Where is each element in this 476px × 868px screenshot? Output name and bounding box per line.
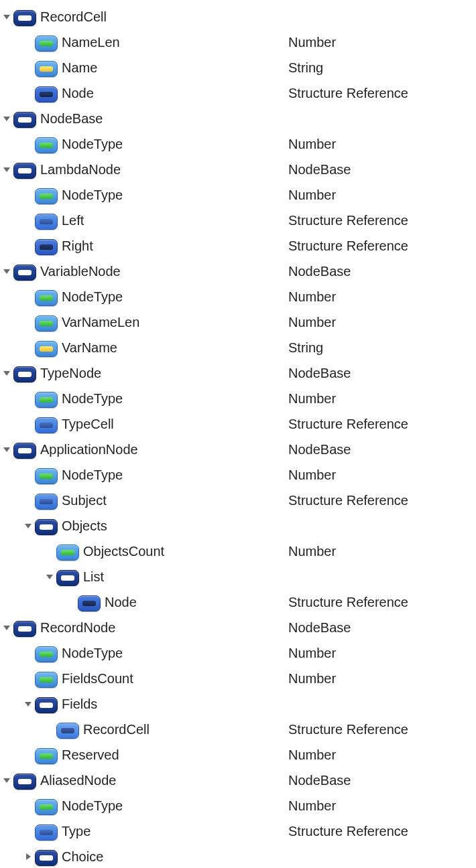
container-icon — [35, 696, 58, 712]
container-icon — [13, 161, 36, 177]
tree-row[interactable]: NodeTypeNumber — [0, 640, 476, 666]
disclosure-down-icon[interactable] — [0, 445, 13, 453]
field-type: Structure Reference — [288, 493, 408, 508]
field-name: Type — [62, 824, 91, 839]
disclosure-down-icon[interactable] — [0, 115, 13, 123]
container-icon — [13, 365, 36, 381]
disclosure-down-icon[interactable] — [0, 624, 13, 632]
tree-row[interactable]: NodeTypeNumber — [0, 462, 476, 488]
tree-row[interactable]: Objects — [0, 513, 476, 538]
field-name: Subject — [62, 493, 107, 508]
number-icon — [35, 289, 58, 305]
field-type: Number — [288, 646, 336, 661]
field-type: Structure Reference — [288, 722, 408, 737]
svg-marker-11 — [26, 853, 31, 860]
field-name: AliasedNode — [40, 773, 116, 788]
field-name: TypeCell — [62, 417, 114, 432]
tree-row[interactable]: NodeBase — [0, 106, 476, 131]
field-name: Fields — [62, 697, 97, 712]
field-name: TypeNode — [40, 366, 101, 381]
disclosure-down-icon[interactable] — [0, 267, 13, 275]
tree-row[interactable]: TypeStructure Reference — [0, 818, 476, 844]
tree-row[interactable]: LeftStructure Reference — [0, 208, 476, 233]
field-type: NodeBase — [288, 773, 351, 788]
disclosure-down-icon[interactable] — [21, 522, 35, 530]
tree-row[interactable]: NameString — [0, 55, 476, 80]
field-type: Structure Reference — [288, 213, 408, 228]
field-type: NodeBase — [288, 366, 351, 381]
container-icon — [56, 569, 79, 585]
refmid-icon — [35, 492, 58, 508]
tree-row[interactable]: SubjectStructure Reference — [0, 488, 476, 513]
tree-row[interactable]: ReservedNumber — [0, 742, 476, 768]
tree-row[interactable]: FieldsCountNumber — [0, 666, 476, 691]
field-name: NameLen — [62, 35, 120, 50]
field-type: Structure Reference — [288, 595, 408, 610]
tree-row[interactable]: NameLenNumber — [0, 29, 476, 55]
tree-row[interactable]: VarNameLenNumber — [0, 309, 476, 335]
disclosure-down-icon[interactable] — [0, 165, 13, 173]
tree-row[interactable]: NodeTypeNumber — [0, 284, 476, 309]
tree-row[interactable]: RecordNodeNodeBase — [0, 615, 476, 640]
refdark-icon — [78, 594, 101, 610]
disclosure-down-icon[interactable] — [0, 776, 13, 784]
svg-marker-8 — [3, 626, 10, 630]
tree-row[interactable]: AliasedNodeNodeBase — [0, 768, 476, 793]
disclosure-down-icon[interactable] — [43, 573, 56, 581]
disclosure-down-icon[interactable] — [21, 700, 35, 708]
tree-row[interactable]: Choice — [0, 844, 476, 868]
disclosure-down-icon[interactable] — [0, 13, 13, 21]
field-name: ApplicationNode — [40, 442, 138, 457]
number-icon — [56, 543, 79, 559]
string-icon — [35, 340, 58, 356]
container-icon — [13, 620, 36, 636]
tree-row[interactable]: RecordCell — [0, 4, 476, 29]
refmid-icon — [35, 212, 58, 228]
tree-row[interactable]: TypeCellStructure Reference — [0, 411, 476, 437]
tree-row[interactable]: NodeTypeNumber — [0, 182, 476, 208]
field-name: Node — [105, 595, 137, 610]
tree-row[interactable]: LambdaNodeNodeBase — [0, 157, 476, 182]
tree-row[interactable]: ObjectsCountNumber — [0, 538, 476, 564]
container-icon — [35, 518, 58, 534]
field-type: Number — [288, 467, 336, 483]
field-name: Right — [62, 238, 93, 254]
field-type: NodeBase — [288, 162, 351, 177]
container-icon — [13, 9, 36, 25]
tree-row[interactable]: Fields — [0, 691, 476, 717]
field-name: NodeType — [62, 391, 123, 407]
tree-row[interactable]: NodeStructure Reference — [0, 80, 476, 106]
field-name: Reserved — [62, 747, 119, 763]
disclosure-down-icon[interactable] — [0, 369, 13, 377]
tree-row[interactable]: TypeNodeNodeBase — [0, 360, 476, 386]
field-name: VariableNode — [40, 264, 121, 279]
number-icon — [35, 467, 58, 483]
tree-row[interactable]: RecordCellStructure Reference — [0, 717, 476, 742]
tree-row[interactable]: RightStructure Reference — [0, 233, 476, 259]
field-name: NodeType — [62, 467, 123, 483]
svg-marker-5 — [3, 447, 10, 452]
field-name: ObjectsCount — [83, 544, 164, 559]
tree-row[interactable]: NodeStructure Reference — [0, 589, 476, 615]
number-icon — [35, 136, 58, 152]
field-name: Choice — [62, 849, 103, 865]
tree-row[interactable]: ApplicationNodeNodeBase — [0, 437, 476, 462]
tree-row[interactable]: NodeTypeNumber — [0, 386, 476, 411]
field-name: NodeType — [62, 289, 123, 305]
field-type: Structure Reference — [288, 824, 408, 839]
field-name: RecordCell — [83, 722, 150, 737]
field-type: Structure Reference — [288, 238, 408, 254]
number-icon — [35, 670, 58, 686]
tree-row[interactable]: NodeTypeNumber — [0, 131, 476, 157]
svg-marker-7 — [46, 575, 53, 579]
field-type: NodeBase — [288, 442, 351, 457]
svg-marker-1 — [3, 117, 10, 121]
field-type: NodeBase — [288, 264, 351, 279]
refdark-icon — [35, 238, 58, 254]
disclosure-right-icon[interactable] — [21, 853, 35, 861]
field-type: String — [288, 340, 323, 356]
tree-row[interactable]: VarNameString — [0, 335, 476, 360]
tree-row[interactable]: VariableNodeNodeBase — [0, 259, 476, 284]
tree-row[interactable]: List — [0, 564, 476, 589]
tree-row[interactable]: NodeTypeNumber — [0, 793, 476, 818]
